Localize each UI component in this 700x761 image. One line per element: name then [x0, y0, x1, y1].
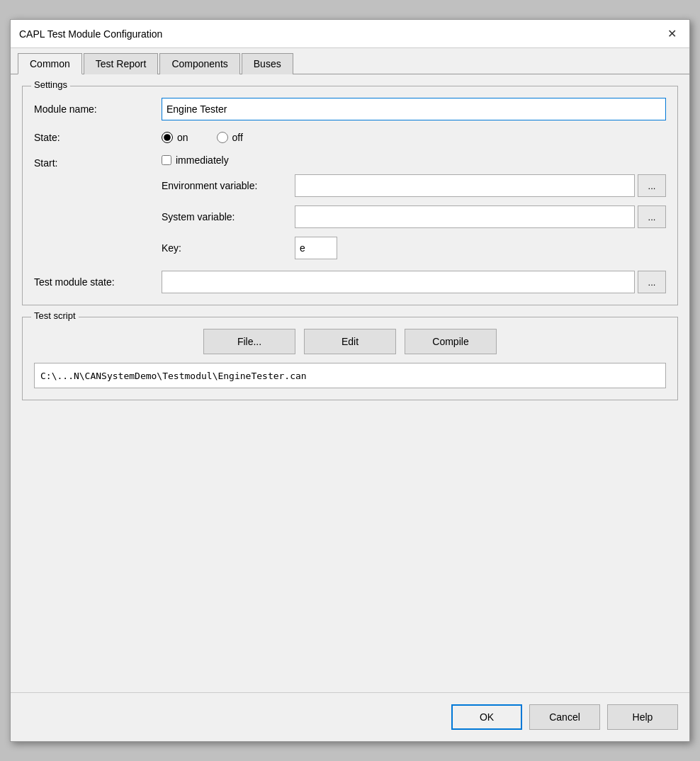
cancel-button[interactable]: Cancel [529, 704, 600, 730]
close-button[interactable]: ✕ [662, 25, 681, 43]
tab-buses[interactable]: Buses [242, 53, 293, 74]
state-off-radio[interactable] [217, 132, 228, 143]
immediately-label[interactable]: immediately [162, 154, 666, 166]
test-module-state-input-group: ... [162, 271, 666, 293]
module-name-label: Module name: [34, 103, 162, 115]
settings-group: Settings Module name: State: on off [22, 86, 678, 305]
state-off-label[interactable]: off [217, 132, 243, 143]
test-module-state-browse-button[interactable]: ... [638, 271, 666, 293]
immediately-checkbox[interactable] [162, 155, 171, 165]
sys-var-browse-button[interactable]: ... [638, 205, 666, 228]
test-module-state-row: Test module state: ... [34, 271, 666, 293]
sys-var-label: System variable: [162, 211, 289, 222]
start-label: Start: [34, 154, 162, 169]
dialog-content: Settings Module name: State: on off [11, 74, 689, 692]
settings-group-label: Settings [31, 79, 70, 90]
tab-components[interactable]: Components [159, 53, 239, 74]
env-var-row: Environment variable: ... [162, 174, 666, 197]
tab-test-report[interactable]: Test Report [84, 53, 159, 74]
test-module-state-input[interactable] [162, 271, 635, 293]
test-script-group-label: Test script [31, 310, 79, 321]
tab-bar: Common Test Report Components Buses [11, 48, 689, 74]
state-label: State: [34, 132, 162, 143]
key-label: Key: [162, 242, 289, 254]
module-name-input[interactable] [162, 98, 666, 120]
key-input[interactable] [295, 237, 337, 259]
sys-var-input-group: ... [295, 205, 666, 228]
dialog: CAPL Test Module Configuration ✕ Common … [10, 19, 690, 742]
script-path-input[interactable] [34, 363, 666, 388]
test-script-group: Test script File... Edit Compile [22, 317, 678, 400]
state-radio-group: on off [162, 132, 243, 143]
start-row: Start: immediately Environment variable:… [34, 154, 666, 259]
edit-button[interactable]: Edit [304, 329, 396, 354]
env-var-input[interactable] [295, 174, 635, 197]
test-module-state-label: Test module state: [34, 276, 162, 288]
tab-common[interactable]: Common [18, 53, 82, 74]
script-buttons: File... Edit Compile [34, 329, 666, 354]
dialog-footer: OK Cancel Help [11, 692, 689, 741]
dialog-title: CAPL Test Module Configuration [19, 28, 162, 40]
module-name-row: Module name: [34, 98, 666, 120]
env-var-label: Environment variable: [162, 180, 289, 191]
compile-button[interactable]: Compile [405, 329, 497, 354]
sys-var-input[interactable] [295, 205, 635, 228]
title-bar: CAPL Test Module Configuration ✕ [11, 20, 689, 48]
state-on-radio[interactable] [162, 132, 173, 143]
env-var-input-group: ... [295, 174, 666, 197]
env-var-browse-button[interactable]: ... [638, 174, 666, 197]
key-row: Key: [162, 237, 666, 259]
sys-var-row: System variable: ... [162, 205, 666, 228]
start-controls: immediately Environment variable: ... Sy… [162, 154, 666, 259]
file-button[interactable]: File... [203, 329, 295, 354]
state-on-label[interactable]: on [162, 132, 188, 143]
help-button[interactable]: Help [607, 704, 678, 730]
state-row: State: on off [34, 132, 666, 143]
ok-button[interactable]: OK [451, 704, 522, 730]
